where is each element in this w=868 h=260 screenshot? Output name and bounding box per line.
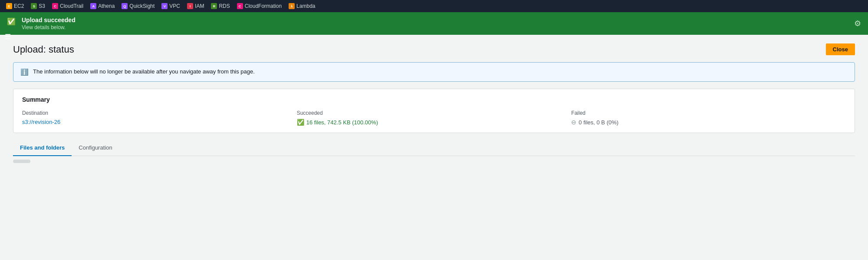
- destination-value: s3://revision-26: [22, 119, 297, 125]
- failed-dash-icon: ⊖: [571, 119, 576, 126]
- iam-label: IAM: [195, 3, 204, 9]
- rds-icon: R: [211, 3, 217, 9]
- s3-icon: S: [31, 3, 37, 9]
- vpc-label: VPC: [169, 3, 180, 9]
- nav-ec2[interactable]: E EC2: [3, 2, 26, 10]
- nav-iam[interactable]: I IAM: [184, 2, 207, 10]
- tab-configuration[interactable]: Configuration: [72, 140, 119, 156]
- success-check-icon: ✅: [7, 17, 16, 26]
- success-banner: ☰ ✅ Upload succeeded View details below.…: [0, 12, 868, 35]
- nav-s3[interactable]: S S3: [28, 2, 48, 10]
- nav-rds[interactable]: R RDS: [208, 2, 232, 10]
- page-content: Upload: status Close ℹ️ The information …: [0, 35, 868, 258]
- tab-files-folders[interactable]: Files and folders: [13, 140, 72, 156]
- banner-subtitle: View details below.: [22, 24, 861, 30]
- top-nav: E EC2 S S3 C CloudTrail A Athena Q Quick…: [0, 0, 868, 12]
- page-title: Upload: status: [13, 44, 74, 55]
- ec2-label: EC2: [14, 3, 24, 9]
- close-button[interactable]: Close: [826, 43, 855, 55]
- tabs-container: Files and folders Configuration: [13, 140, 855, 156]
- lambda-icon: λ: [289, 3, 295, 9]
- succeeded-label: Succeeded: [297, 110, 572, 116]
- cloudformation-label: CloudFormation: [245, 3, 282, 9]
- failed-value: ⊖ 0 files, 0 B (0%): [571, 119, 846, 126]
- succeeded-value: ✅ 16 files, 742.5 KB (100.00%): [297, 119, 572, 126]
- page-header: Upload: status Close: [13, 43, 855, 55]
- cloudtrail-label: CloudTrail: [60, 3, 83, 9]
- destination-label: Destination: [22, 110, 297, 116]
- summary-succeeded-col: Succeeded ✅ 16 files, 742.5 KB (100.00%): [297, 110, 572, 126]
- nav-cloudformation[interactable]: C CloudFormation: [234, 2, 284, 10]
- succeeded-text: 16 files, 742.5 KB (100.00%): [306, 119, 378, 126]
- vpc-icon: V: [161, 3, 168, 9]
- nav-quicksight[interactable]: Q QuickSight: [119, 2, 157, 10]
- banner-title: Upload succeeded: [22, 17, 861, 23]
- athena-icon: A: [90, 3, 96, 9]
- nav-athena[interactable]: A Athena: [88, 2, 117, 10]
- succeeded-check-icon: ✅: [297, 119, 304, 126]
- destination-link[interactable]: s3://revision-26: [22, 119, 60, 125]
- quicksight-label: QuickSight: [129, 3, 155, 9]
- cloudformation-icon: C: [237, 3, 243, 9]
- summary-box: Summary Destination s3://revision-26 Suc…: [13, 89, 855, 133]
- quicksight-icon: Q: [122, 3, 128, 9]
- scroll-indicator: [13, 160, 30, 163]
- summary-grid: Destination s3://revision-26 Succeeded ✅…: [22, 110, 846, 126]
- nav-cloudtrail[interactable]: C CloudTrail: [49, 2, 86, 10]
- summary-failed-col: Failed ⊖ 0 files, 0 B (0%): [571, 110, 846, 126]
- rds-label: RDS: [219, 3, 230, 9]
- athena-label: Athena: [98, 3, 115, 9]
- nav-lambda[interactable]: λ Lambda: [286, 2, 318, 10]
- s3-label: S3: [39, 3, 45, 9]
- lambda-label: Lambda: [296, 3, 315, 9]
- ec2-icon: E: [6, 3, 12, 9]
- summary-destination-col: Destination s3://revision-26: [22, 110, 297, 126]
- info-text: The information below will no longer be …: [33, 68, 255, 76]
- summary-title: Summary: [22, 96, 846, 103]
- failed-text: 0 files, 0 B (0%): [579, 119, 618, 126]
- iam-icon: I: [187, 3, 193, 9]
- menu-toggle-button[interactable]: ☰: [0, 24, 16, 49]
- settings-icon[interactable]: ⚙: [854, 19, 861, 28]
- nav-vpc[interactable]: V VPC: [159, 2, 183, 10]
- info-icon: ℹ️: [20, 68, 29, 76]
- failed-label: Failed: [571, 110, 846, 116]
- info-box: ℹ️ The information below will no longer …: [13, 62, 855, 82]
- cloudtrail-icon: C: [52, 3, 58, 9]
